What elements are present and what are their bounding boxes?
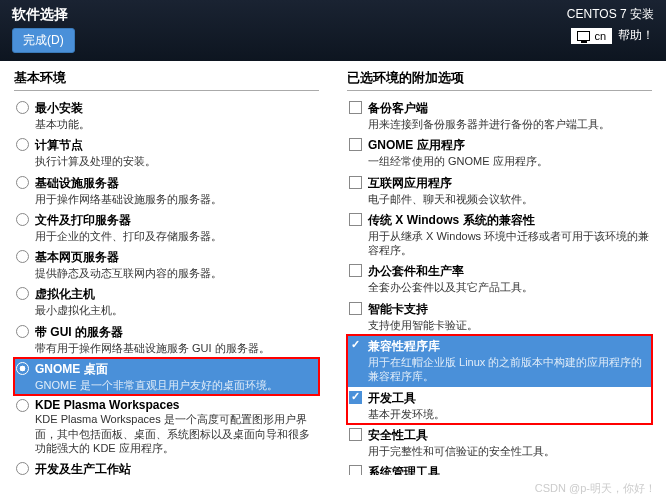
checkbox-icon: [349, 339, 362, 352]
addon-item-desc: 电子邮件、聊天和视频会议软件。: [368, 192, 650, 206]
addon-item-body: 备份客户端用来连接到备份服务器并进行备份的客户端工具。: [368, 100, 650, 131]
env-item-label: KDE Plasma Workspaces: [35, 398, 317, 412]
env-item[interactable]: 基础设施服务器用于操作网络基础设施服务的服务器。: [14, 172, 319, 209]
addon-item-body: 传统 X Windows 系统的兼容性用于从继承 X Windows 环境中迁移…: [368, 212, 650, 258]
env-item-body: 计算节点执行计算及处理的安装。: [35, 137, 317, 168]
addon-item[interactable]: 传统 X Windows 系统的兼容性用于从继承 X Windows 环境中迁移…: [347, 209, 652, 261]
radio-icon: [16, 176, 29, 189]
env-item-desc: 提供静态及动态互联网内容的服务器。: [35, 266, 317, 280]
checkbox-icon: [349, 302, 362, 315]
addon-item[interactable]: 备份客户端用来连接到备份服务器并进行备份的客户端工具。: [347, 97, 652, 134]
env-item-body: KDE Plasma WorkspacesKDE Plasma Workspac…: [35, 398, 317, 455]
addon-item[interactable]: 开发工具基本开发环境。: [347, 387, 652, 424]
addon-item-body: 兼容性程序库用于在红帽企业版 Linux 的之前版本中构建的应用程序的兼容程序库…: [368, 338, 650, 384]
env-item-label: 最小安装: [35, 100, 317, 117]
addon-item-desc: 支持使用智能卡验证。: [368, 318, 650, 332]
addons-heading: 已选环境的附加选项: [347, 69, 652, 91]
watermark: CSDN @p-明天，你好！: [535, 481, 656, 496]
env-item-desc: KDE Plasma Workspaces 是一个高度可配置图形用户界面，其中包…: [35, 412, 317, 455]
addon-item-desc: 用于在红帽企业版 Linux 的之前版本中构建的应用程序的兼容程序库。: [368, 355, 650, 384]
checkbox-icon: [349, 138, 362, 151]
keyboard-icon: [577, 31, 590, 41]
keyboard-layout: cn: [594, 30, 606, 42]
env-item-desc: 基本功能。: [35, 117, 317, 131]
env-item-desc: 带有用于操作网络基础设施服务 GUI 的服务器。: [35, 341, 317, 355]
env-item-desc: 用于企业的文件、打印及存储服务器。: [35, 229, 317, 243]
env-item[interactable]: 基本网页服务器提供静态及动态互联网内容的服务器。: [14, 246, 319, 283]
header-left: 软件选择 完成(D): [12, 6, 75, 53]
radio-icon: [16, 462, 29, 475]
addon-item-label: 系统管理工具: [368, 464, 650, 475]
checkbox-icon: [349, 176, 362, 189]
done-button[interactable]: 完成(D): [12, 28, 75, 53]
install-title: CENTOS 7 安装: [567, 6, 654, 23]
addon-item-desc: 用于完整性和可信验证的安全性工具。: [368, 444, 650, 458]
addon-item[interactable]: 系统管理工具: [347, 461, 652, 475]
env-item-body: 最小安装基本功能。: [35, 100, 317, 131]
env-item[interactable]: 虚拟化主机最小虚拟化主机。: [14, 283, 319, 320]
addon-item[interactable]: 安全性工具用于完整性和可信验证的安全性工具。: [347, 424, 652, 461]
env-item-body: 虚拟化主机最小虚拟化主机。: [35, 286, 317, 317]
addon-item-body: 互联网应用程序电子邮件、聊天和视频会议软件。: [368, 175, 650, 206]
env-item-body: 基本网页服务器提供静态及动态互联网内容的服务器。: [35, 249, 317, 280]
env-item-label: 虚拟化主机: [35, 286, 317, 303]
checkbox-icon: [349, 101, 362, 114]
addon-item-label: 备份客户端: [368, 100, 650, 117]
env-item[interactable]: 计算节点执行计算及处理的安装。: [14, 134, 319, 171]
env-item-body: 带 GUI 的服务器带有用于操作网络基础设施服务 GUI 的服务器。: [35, 324, 317, 355]
radio-icon: [16, 138, 29, 151]
header: 软件选择 完成(D) CENTOS 7 安装 cn 帮助！: [0, 0, 666, 61]
addon-item-desc: 用来连接到备份服务器并进行备份的客户端工具。: [368, 117, 650, 131]
env-item-label: 文件及打印服务器: [35, 212, 317, 229]
addon-item-label: 安全性工具: [368, 427, 650, 444]
env-item[interactable]: 文件及打印服务器用于企业的文件、打印及存储服务器。: [14, 209, 319, 246]
checkbox-icon: [349, 213, 362, 226]
env-item-label: 计算节点: [35, 137, 317, 154]
env-item[interactable]: 开发及生产工作站用于软件、硬件、图形或者内容开发的工作站。: [14, 458, 319, 475]
page-title: 软件选择: [12, 6, 75, 24]
env-item[interactable]: KDE Plasma WorkspacesKDE Plasma Workspac…: [14, 395, 319, 458]
env-item[interactable]: 最小安装基本功能。: [14, 97, 319, 134]
addon-item-label: 开发工具: [368, 390, 650, 407]
env-item[interactable]: 带 GUI 的服务器带有用于操作网络基础设施服务 GUI 的服务器。: [14, 321, 319, 358]
addon-item-body: 智能卡支持支持使用智能卡验证。: [368, 301, 650, 332]
addon-item-label: GNOME 应用程序: [368, 137, 650, 154]
radio-icon: [16, 287, 29, 300]
addon-item[interactable]: 办公套件和生产率全套办公套件以及其它产品工具。: [347, 260, 652, 297]
addons-panel: 已选环境的附加选项 备份客户端用来连接到备份服务器并进行备份的客户端工具。GNO…: [333, 61, 666, 475]
env-item-desc: 执行计算及处理的安装。: [35, 154, 317, 168]
env-item-label: 基本网页服务器: [35, 249, 317, 266]
keyboard-indicator[interactable]: cn: [571, 28, 612, 44]
radio-icon: [16, 362, 29, 375]
addon-item[interactable]: GNOME 应用程序一组经常使用的 GNOME 应用程序。: [347, 134, 652, 171]
env-item-body: 开发及生产工作站用于软件、硬件、图形或者内容开发的工作站。: [35, 461, 317, 475]
addon-item[interactable]: 互联网应用程序电子邮件、聊天和视频会议软件。: [347, 172, 652, 209]
env-item[interactable]: GNOME 桌面GNOME 是一个非常直观且用户友好的桌面环境。: [14, 358, 319, 395]
help-button[interactable]: 帮助！: [618, 27, 654, 44]
checkbox-icon: [349, 391, 362, 404]
base-environment-heading: 基本环境: [14, 69, 319, 91]
addon-item[interactable]: 智能卡支持支持使用智能卡验证。: [347, 298, 652, 335]
env-item-desc: 用于操作网络基础设施服务的服务器。: [35, 192, 317, 206]
env-item-label: 带 GUI 的服务器: [35, 324, 317, 341]
env-item-body: GNOME 桌面GNOME 是一个非常直观且用户友好的桌面环境。: [35, 361, 317, 392]
checkbox-icon: [349, 264, 362, 277]
addon-item[interactable]: 兼容性程序库用于在红帽企业版 Linux 的之前版本中构建的应用程序的兼容程序库…: [347, 335, 652, 387]
addon-item-body: GNOME 应用程序一组经常使用的 GNOME 应用程序。: [368, 137, 650, 168]
addon-item-label: 传统 X Windows 系统的兼容性: [368, 212, 650, 229]
addon-item-label: 互联网应用程序: [368, 175, 650, 192]
addon-item-label: 兼容性程序库: [368, 338, 650, 355]
checkbox-icon: [349, 428, 362, 441]
checkbox-icon: [349, 465, 362, 475]
addon-item-desc: 全套办公套件以及其它产品工具。: [368, 280, 650, 294]
addon-item-body: 开发工具基本开发环境。: [368, 390, 650, 421]
env-item-desc: 最小虚拟化主机。: [35, 303, 317, 317]
header-controls: cn 帮助！: [571, 27, 654, 44]
env-item-label: 开发及生产工作站: [35, 461, 317, 475]
env-item-label: 基础设施服务器: [35, 175, 317, 192]
env-item-label: GNOME 桌面: [35, 361, 317, 378]
radio-icon: [16, 101, 29, 114]
addon-item-body: 办公套件和生产率全套办公套件以及其它产品工具。: [368, 263, 650, 294]
radio-icon: [16, 325, 29, 338]
content: 基本环境 最小安装基本功能。计算节点执行计算及处理的安装。基础设施服务器用于操作…: [0, 61, 666, 475]
